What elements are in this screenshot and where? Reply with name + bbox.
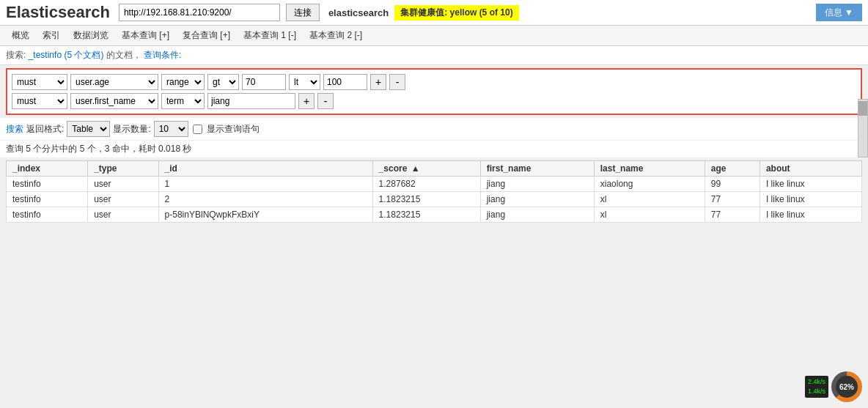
filter-box: mustshouldmust_not user.ageuser.first_na… (6, 68, 862, 115)
info-button[interactable]: 信息 ▼ (816, 4, 862, 21)
filter-row-1: mustshouldmust_not user.ageuser.first_na… (12, 74, 856, 90)
table-row[interactable]: testinfouser11.287682jiangxiaolong99I li… (7, 177, 862, 192)
table-row[interactable]: testinfouserp-58inYBlNQwpkFxBxiY1.182321… (7, 207, 862, 223)
search-button[interactable]: 搜索 (6, 123, 23, 136)
cell-age: 77 (705, 207, 760, 223)
scrollbar-right[interactable] (858, 99, 868, 157)
cell-about: I like linux (760, 207, 861, 223)
cluster-health: 集群健康值: yellow (5 of 10) (394, 5, 518, 21)
op2-select[interactable]: ltltegtgte (289, 74, 320, 90)
type-select-2[interactable]: termrangematch (161, 93, 205, 109)
show-query-label: 显示查询语句 (207, 123, 260, 136)
cell-last_name: xl (594, 192, 705, 207)
nav-bar: 概览 索引 数据浏览 基本查询 [+] 复合查询 [+] 基本查询 1 [-] … (0, 26, 868, 46)
cell-_type: user (88, 192, 158, 207)
nav-index[interactable]: 索引 (37, 28, 66, 43)
cell-first_name: jiang (480, 192, 594, 207)
remove-filter-btn-2[interactable]: - (317, 93, 334, 109)
nav-overview[interactable]: 概览 (6, 28, 35, 43)
cell-last_name: xiaolong (594, 177, 705, 192)
nav-basic-query-1[interactable]: 基本查询 1 [-] (238, 28, 302, 43)
cell-_score: 1.1823215 (372, 207, 480, 223)
cell-_type: user (88, 207, 158, 223)
op1-select[interactable]: gtgteltlte (207, 74, 239, 90)
app-title: Elasticsearch (6, 3, 110, 22)
format-select[interactable]: TableJSON (67, 121, 110, 137)
nav-compound-query[interactable]: 复合查询 [+] (177, 28, 236, 43)
must-select-1[interactable]: mustshouldmust_not (12, 74, 67, 90)
col-score[interactable]: _score ▲ (372, 161, 480, 177)
cell-age: 77 (705, 192, 760, 207)
cluster-name: elasticsearch (328, 7, 389, 18)
table-body: testinfouser11.287682jiangxiaolong99I li… (7, 177, 862, 223)
nav-browse[interactable]: 数据浏览 (67, 28, 114, 43)
cell-_score: 1.1823215 (372, 192, 480, 207)
field-select-1[interactable]: user.ageuser.first_nameuser.last_name (70, 74, 158, 90)
connect-button[interactable]: 连接 (286, 4, 320, 21)
cell-_id: 2 (158, 192, 372, 207)
term-input[interactable] (207, 93, 295, 109)
cell-_id: 1 (158, 177, 372, 192)
nav-basic-query-2[interactable]: 基本查询 2 [-] (304, 28, 368, 43)
cell-first_name: jiang (480, 207, 594, 223)
query-info: 查询 5 个分片中的 5 个，3 命中，耗时 0.018 秒 (0, 141, 868, 157)
cell-age: 99 (705, 177, 760, 192)
val1-input[interactable] (242, 74, 286, 90)
type-select-1[interactable]: rangetermmatch (161, 74, 205, 90)
col-about[interactable]: about (760, 161, 861, 177)
cell-about: I like linux (760, 177, 861, 192)
cell-_index: testinfo (7, 207, 88, 223)
col-index[interactable]: _index (7, 161, 88, 177)
cell-first_name: jiang (480, 177, 594, 192)
must-select-2[interactable]: mustshouldmust_not (12, 93, 67, 109)
result-table: _index _type _id _score ▲ first_name las… (6, 160, 862, 223)
controls-row: 搜索 返回格式: TableJSON 显示数量: 102550100 显示查询语… (0, 118, 868, 141)
col-firstname[interactable]: first_name (480, 161, 594, 177)
table-header: _index _type _id _score ▲ first_name las… (7, 161, 862, 177)
cell-_id: p-58inYBlNQwpkFxBxiY (158, 207, 372, 223)
add-filter-btn-2[interactable]: + (298, 93, 315, 109)
remove-filter-btn-1[interactable]: - (389, 74, 405, 90)
cell-_score: 1.287682 (372, 177, 480, 192)
filter-row-2: mustshouldmust_not user.first_nameuser.a… (12, 93, 856, 109)
add-filter-btn-1[interactable]: + (370, 74, 386, 90)
cell-_index: testinfo (7, 192, 88, 207)
top-bar: Elasticsearch 连接 elasticsearch 集群健康值: ye… (0, 0, 868, 26)
query-link[interactable]: 查询条件: (144, 50, 181, 60)
count-select[interactable]: 102550100 (154, 121, 188, 137)
val2-input[interactable] (323, 74, 367, 90)
cell-last_name: xl (594, 207, 705, 223)
search-label: 搜索: (6, 50, 26, 60)
cell-_index: testinfo (7, 177, 88, 192)
search-bar: 搜索: _testinfo (5 个文档) 的文档， 查询条件: (0, 46, 868, 65)
cell-_type: user (88, 177, 158, 192)
table-row[interactable]: testinfouser21.1823215jiangxl77I like li… (7, 192, 862, 207)
url-input[interactable] (119, 4, 280, 21)
col-age[interactable]: age (705, 161, 760, 177)
col-type[interactable]: _type (88, 161, 158, 177)
scrollbar-thumb[interactable] (858, 101, 867, 116)
index-link[interactable]: _testinfo (5 个文档) (29, 50, 104, 60)
col-lastname[interactable]: last_name (594, 161, 705, 177)
field-select-2[interactable]: user.first_nameuser.ageuser.last_name (70, 93, 158, 109)
nav-basic-query[interactable]: 基本查询 [+] (116, 28, 175, 43)
cell-about: I like linux (760, 192, 861, 207)
show-query-checkbox[interactable] (193, 125, 202, 134)
col-id[interactable]: _id (158, 161, 372, 177)
